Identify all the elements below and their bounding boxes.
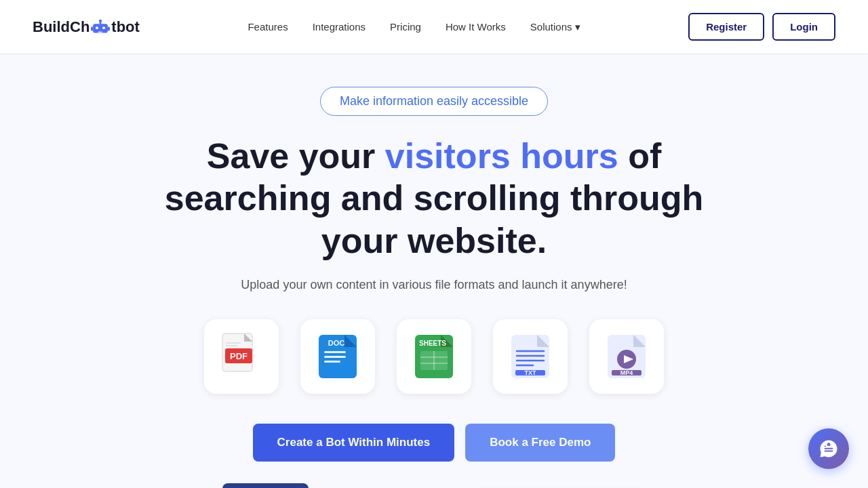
svg-text:PDF: PDF (230, 351, 248, 361)
svg-rect-7 (91, 26, 93, 30)
cta-buttons: Create a Bot Within Minutes Book a Free … (253, 424, 616, 462)
create-bot-button[interactable]: Create a Bot Within Minutes (253, 424, 455, 462)
hero-section: Make information easily accessible Save … (0, 54, 868, 488)
svg-text:SHEETS: SHEETS (419, 340, 446, 347)
chatbot-icon (818, 439, 839, 459)
svg-text:TXT: TXT (525, 369, 537, 376)
capterra-badge[interactable]: 🏆 Capterra 4.2 ★★★★☆ (222, 483, 309, 488)
svg-rect-0 (93, 24, 108, 33)
bot-icon (91, 20, 110, 35)
svg-text:MP4: MP4 (620, 369, 633, 376)
nav-links: Features Integrations Pricing How It Wor… (248, 21, 580, 33)
svg-rect-2 (102, 26, 105, 29)
file-icon-txt: TXT (493, 319, 568, 394)
nav-integrations[interactable]: Integrations (313, 21, 366, 33)
nav-solutions[interactable]: Solutions ▾ (530, 21, 580, 33)
navbar: BuildCh tbot Features Integrations Prici… (0, 0, 868, 54)
svg-rect-5 (98, 31, 100, 33)
chatbot-fab[interactable] (808, 428, 849, 469)
svg-rect-15 (324, 351, 346, 353)
svg-rect-8 (108, 26, 110, 30)
file-icon-doc: DOC (300, 319, 375, 394)
hero-subtitle: Upload your own content in various file … (241, 278, 627, 292)
file-icon-pdf: PDF (204, 319, 279, 394)
nav-how-it-works[interactable]: How It Works (446, 21, 506, 33)
svg-text:DOC: DOC (328, 339, 345, 347)
logo[interactable]: BuildCh tbot (33, 18, 140, 36)
hero-badge: Make information easily accessible (320, 87, 548, 116)
login-button[interactable]: Login (772, 13, 835, 41)
hero-title: Save your visitors hours of searching an… (129, 135, 739, 262)
register-button[interactable]: Register (688, 13, 764, 41)
file-formats: PDF DOC (204, 319, 664, 394)
social-proof: 🏆 Capterra 4.2 ★★★★☆ 🐱 PRODUCT HUNT #3 P… (222, 483, 645, 488)
file-icon-sheets: SHEETS (397, 319, 471, 394)
svg-rect-17 (324, 361, 340, 363)
book-demo-button[interactable]: Book a Free Demo (465, 424, 615, 462)
svg-rect-1 (96, 26, 98, 29)
nav-buttons: Register Login (688, 13, 835, 41)
file-icon-mp4: MP4 (589, 319, 664, 394)
nav-features[interactable]: Features (248, 21, 288, 33)
logo-text-part1: BuildCh (33, 18, 90, 36)
nav-pricing[interactable]: Pricing (390, 21, 421, 33)
chevron-down-icon: ▾ (575, 21, 580, 33)
svg-rect-16 (324, 356, 346, 358)
logo-text-part2: tbot (111, 18, 140, 36)
svg-rect-6 (100, 31, 102, 33)
